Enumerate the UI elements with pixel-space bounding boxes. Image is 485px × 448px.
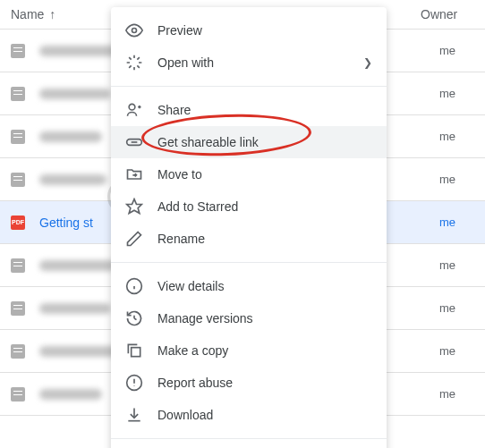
- copy-icon: [125, 342, 143, 359]
- name-label: Name: [11, 7, 44, 21]
- menu-preview[interactable]: Preview: [111, 14, 387, 46]
- menu-label: Make a copy: [157, 343, 372, 358]
- filename: Getting st: [39, 216, 93, 230]
- menu-get-shareable-link[interactable]: Get shareable link: [111, 126, 387, 158]
- menu-label: Report abuse: [157, 376, 372, 390]
- menu-label: Add to Starred: [157, 199, 372, 214]
- file-icon: [11, 258, 25, 273]
- chevron-right-icon: ❯: [363, 56, 372, 69]
- info-icon: [125, 277, 143, 295]
- filename-redacted: [39, 174, 106, 185]
- menu-label: View details: [157, 279, 372, 293]
- filename-redacted: [39, 46, 120, 56]
- svg-line-9: [134, 318, 137, 320]
- menu-view-details[interactable]: View details: [111, 270, 387, 302]
- menu-add-starred[interactable]: Add to Starred: [111, 190, 387, 223]
- menu-label: Get shareable link: [157, 135, 372, 149]
- file-icon: [11, 87, 25, 101]
- menu-label: Download: [157, 408, 372, 422]
- filename-redacted: [39, 303, 111, 314]
- context-menu: Preview Open with ❯ Share Get shareable …: [111, 7, 387, 448]
- svg-point-1: [129, 104, 135, 110]
- owner-cell: me: [421, 216, 474, 229]
- menu-divider: [111, 438, 387, 439]
- menu-manage-versions[interactable]: Manage versions: [111, 302, 387, 334]
- owner-cell: me: [421, 130, 474, 143]
- menu-label: Manage versions: [157, 311, 372, 325]
- svg-point-0: [132, 29, 137, 33]
- svg-rect-10: [132, 348, 140, 357]
- menu-divider: [111, 262, 387, 263]
- person-add-icon: [125, 101, 143, 119]
- folder-move-icon: [125, 165, 143, 183]
- pdf-icon: PDF: [11, 216, 25, 230]
- menu-label: Preview: [157, 23, 372, 38]
- menu-make-copy[interactable]: Make a copy: [111, 334, 387, 367]
- owner-cell: me: [421, 387, 474, 401]
- eye-icon: [125, 21, 143, 39]
- owner-cell: me: [421, 258, 474, 272]
- filename-redacted: [39, 260, 115, 271]
- file-icon: [11, 173, 25, 187]
- file-icon: [11, 130, 25, 144]
- filename-redacted: [39, 389, 102, 400]
- owner-cell: me: [421, 173, 474, 186]
- menu-share[interactable]: Share: [111, 94, 387, 126]
- owner-cell: me: [421, 87, 474, 100]
- history-icon: [125, 309, 143, 327]
- filename-redacted: [39, 131, 102, 142]
- menu-rename[interactable]: Rename: [111, 223, 387, 255]
- sort-ascending-icon: ↑: [49, 7, 55, 21]
- filename-redacted: [39, 89, 111, 99]
- menu-report-abuse[interactable]: Report abuse: [111, 367, 387, 399]
- download-icon: [125, 406, 143, 424]
- menu-label: Move to: [157, 167, 372, 182]
- menu-label: Open with: [157, 55, 363, 70]
- menu-label: Share: [157, 103, 372, 117]
- filename-redacted: [39, 346, 120, 357]
- owner-cell: me: [421, 301, 474, 315]
- menu-download[interactable]: Download: [111, 399, 387, 431]
- menu-move-to[interactable]: Move to: [111, 158, 387, 190]
- open-with-icon: [125, 54, 143, 72]
- owner-cell: me: [421, 344, 474, 358]
- pencil-icon: [125, 230, 143, 248]
- owner-label: Owner: [421, 7, 457, 21]
- file-icon: [11, 344, 25, 359]
- menu-label: Rename: [157, 232, 372, 246]
- star-icon: [125, 198, 143, 216]
- link-icon: [125, 133, 143, 151]
- warning-icon: [125, 374, 143, 392]
- file-icon: [11, 301, 25, 316]
- owner-cell: me: [421, 44, 474, 57]
- menu-divider: [111, 86, 387, 87]
- svg-marker-4: [127, 199, 142, 214]
- owner-column-header[interactable]: Owner: [421, 7, 474, 21]
- file-icon: [11, 44, 25, 58]
- menu-open-with[interactable]: Open with ❯: [111, 46, 387, 79]
- file-icon: [11, 387, 25, 402]
